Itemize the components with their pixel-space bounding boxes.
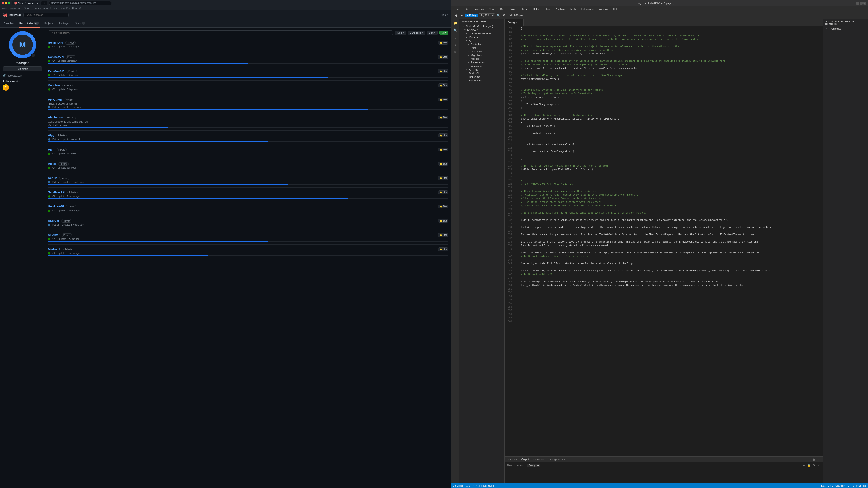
website-link[interactable]: 🔗 moovpad.com <box>3 74 42 77</box>
menu-extensions[interactable]: Extensions <box>580 7 595 11</box>
menu-edit[interactable]: Edit <box>463 7 470 11</box>
sort-filter-button[interactable]: Sort ▾ <box>427 31 437 35</box>
code-area[interactable]: 7980818283848586878889909192939495969798… <box>505 26 823 456</box>
repo-name-link[interactable]: GenUser <box>48 84 60 87</box>
repo-search-input[interactable] <box>48 30 393 35</box>
repo-name-link[interactable]: GenTrnAPI <box>48 41 63 44</box>
star-button[interactable]: ⭐ Star <box>438 190 448 194</box>
search-icon[interactable]: 🔍 <box>452 27 459 33</box>
repo-name-link[interactable]: MServer <box>48 233 59 237</box>
minimize-btn[interactable]: − <box>856 2 859 4</box>
repo-name-link[interactable]: RefLib <box>48 176 57 180</box>
settings-btn[interactable]: ⚙ <box>502 13 507 18</box>
bookmark-system[interactable]: System <box>24 7 31 9</box>
star-button[interactable]: ⭐ Star <box>438 98 448 101</box>
tab-close-icon[interactable]: × <box>519 21 521 24</box>
explorer-icon[interactable]: 📁 <box>452 20 459 26</box>
star-button[interactable]: ⭐ Star <box>438 41 448 44</box>
tree-node[interactable]: ▶ Properties <box>459 35 504 39</box>
browser-new-tab[interactable]: + <box>41 1 47 5</box>
repo-name-link[interactable]: Alch <box>48 148 54 151</box>
menu-project[interactable]: Project <box>507 7 518 11</box>
menu-help[interactable]: Help <box>612 7 620 11</box>
star-button[interactable]: ⭐ Star <box>438 84 448 87</box>
tab-terminal[interactable]: Terminal <box>506 458 518 461</box>
tab-packages[interactable]: Packages <box>58 20 70 28</box>
git-changes-item[interactable]: ▶ ⑂ Changes <box>823 27 868 31</box>
tree-node[interactable]: ▶ Interfaces <box>459 50 504 53</box>
debug-icon[interactable]: ▷ <box>452 41 459 48</box>
star-button[interactable]: ⭐ Star <box>438 204 448 208</box>
github-nav-sign-in[interactable]: Sign in <box>441 13 448 16</box>
repo-name-link[interactable]: AI-Python <box>48 98 62 101</box>
type-filter-button[interactable]: Type ▾ <box>395 31 406 35</box>
tree-node[interactable]: Debug.txt <box>459 75 504 79</box>
tree-node[interactable]: ▼ StudioAPI <box>459 28 504 32</box>
tree-node[interactable]: ▶ Models <box>459 57 504 61</box>
star-button[interactable]: ⭐ Star <box>438 133 448 137</box>
scroll-lock-icon[interactable]: 🔒 <box>807 463 811 467</box>
clear-icon[interactable]: 🗑 <box>812 457 816 461</box>
repo-name-link[interactable]: RServer <box>48 219 59 222</box>
bookmark-oneplanet[interactable]: One Planet Living®... <box>62 7 83 9</box>
star-button[interactable]: ⭐ Star <box>438 116 448 119</box>
repo-name-link[interactable]: SandboxAPI <box>48 191 65 194</box>
close-output-icon[interactable]: × <box>817 463 821 467</box>
bookmark-import[interactable]: Import bookmarks... <box>2 7 22 9</box>
tree-node[interactable]: ▶ Controllers <box>459 42 504 46</box>
tree-node[interactable]: Dockerfile <box>459 71 504 75</box>
tree-node[interactable]: Program.cs <box>459 79 504 82</box>
extensions-icon[interactable]: ⊞ <box>452 49 459 55</box>
tab-output[interactable]: Output <box>521 457 530 461</box>
tree-node[interactable]: ▶ Connected Services <box>459 32 504 35</box>
debug-config-select[interactable]: Any CPU <box>479 13 495 17</box>
maximize-window-btn[interactable] <box>8 2 10 4</box>
tree-node[interactable]: ▼ StudioAPI (1 of 1 project) <box>459 24 504 28</box>
tab-overview[interactable]: Overview <box>3 20 15 28</box>
source-control-icon[interactable]: ⑂ <box>452 34 459 41</box>
tab-stars[interactable]: Stars 3 <box>74 20 86 28</box>
menu-window[interactable]: Window <box>597 7 609 11</box>
status-errors[interactable]: ⚠ 0 <box>466 485 470 487</box>
menu-test[interactable]: Test <box>545 7 552 11</box>
tab-debug-console[interactable]: Debug Console <box>548 458 566 461</box>
search-btn[interactable]: 🔍 <box>496 13 501 18</box>
bookmark-socials[interactable]: Socials <box>34 7 41 9</box>
star-button[interactable]: ⭐ Star <box>438 69 448 73</box>
tab-repositories[interactable]: Repositories 41 <box>19 20 40 28</box>
language-filter-button[interactable]: Language ▾ <box>408 31 425 35</box>
menu-view[interactable]: View <box>488 7 496 11</box>
menu-file[interactable]: File <box>453 7 460 11</box>
maximize-btn[interactable]: □ <box>860 2 863 4</box>
repo-name-link[interactable]: MintraLib <box>48 248 61 251</box>
repo-name-link[interactable]: GenMetAPI <box>48 55 64 59</box>
repo-name-link[interactable]: Alpy <box>48 134 54 137</box>
output-source-select[interactable]: Debug <box>527 464 540 467</box>
repo-name-link[interactable]: GenSecAPI <box>48 205 64 208</box>
minimize-window-btn[interactable] <box>5 2 7 4</box>
new-repo-button[interactable]: New <box>439 31 448 35</box>
forward-btn[interactable]: ▶ <box>459 13 464 18</box>
star-button[interactable]: ⭐ Star <box>438 148 448 152</box>
bookmark-work[interactable]: work <box>43 7 48 9</box>
menu-analyze[interactable]: Analyze <box>554 7 566 11</box>
editor-tab-debug[interactable]: Debug.txt × <box>505 19 524 26</box>
tree-node[interactable]: ▶ Validation <box>459 64 504 68</box>
edit-profile-button[interactable]: Edit profile <box>3 66 42 71</box>
close-btn[interactable]: × <box>864 2 866 4</box>
back-btn[interactable]: ◀ <box>453 13 458 18</box>
wrap-icon[interactable]: ↩ <box>802 463 806 467</box>
github-search-input[interactable] <box>23 13 68 17</box>
repo-name-link[interactable]: Alschemas <box>48 116 64 119</box>
repo-name-link[interactable]: Alcpp <box>48 162 56 165</box>
star-button[interactable]: ⭐ Star <box>438 219 448 223</box>
status-branch[interactable]: ⎇ Debug <box>453 485 463 487</box>
settings-output-icon[interactable]: ⚙ <box>812 463 816 467</box>
menu-build[interactable]: Build <box>521 7 529 11</box>
tab-problems[interactable]: Problems <box>532 458 545 461</box>
star-button[interactable]: ⭐ Star <box>438 162 448 166</box>
star-button[interactable]: ⭐ Star <box>438 176 448 180</box>
close-window-btn[interactable] <box>2 2 4 4</box>
star-button[interactable]: ⭐ Star <box>438 247 448 251</box>
code-content[interactable]: } //In the controllers handling each of … <box>514 26 823 456</box>
